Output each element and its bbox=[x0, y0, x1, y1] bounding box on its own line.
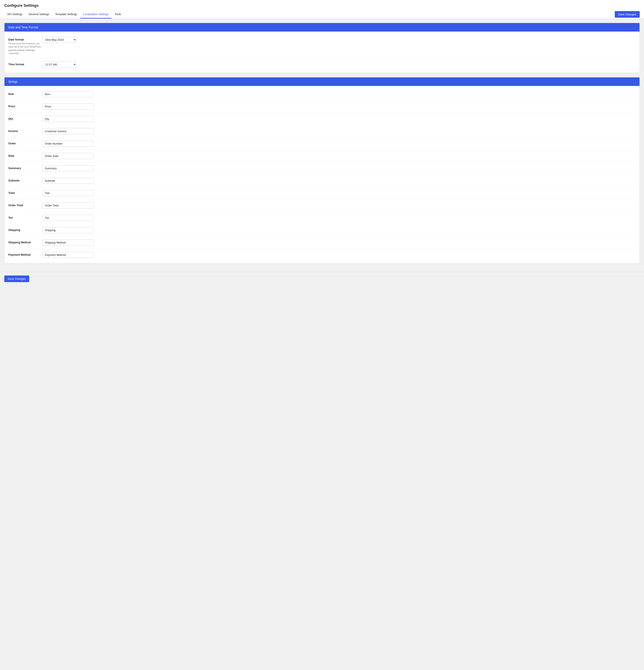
shipping-method-field-control bbox=[42, 240, 636, 246]
item-field[interactable] bbox=[42, 91, 94, 97]
strings-section-header: Strings bbox=[4, 77, 640, 86]
shipping-field-row: Shipping bbox=[4, 224, 640, 237]
tab-localization-settings[interactable]: Localization Settings bbox=[80, 11, 111, 18]
qty-field-control bbox=[42, 116, 636, 122]
invoice-field-label: Invoice bbox=[8, 130, 42, 133]
payment-method-field-label-col: Payment Method bbox=[8, 252, 42, 256]
total-field-label-col: Total bbox=[8, 190, 42, 195]
subtotal-field-row: Subtotal bbox=[4, 175, 640, 187]
date-field-control bbox=[42, 153, 636, 159]
summary-field-control bbox=[42, 165, 636, 172]
total-field[interactable] bbox=[42, 190, 94, 196]
nav-tabs-list: API Settings General Settings Template S… bbox=[4, 11, 124, 18]
date-time-section-body: Date format Printus uses the timezone yo… bbox=[4, 31, 640, 73]
date-format-description: Printus uses the timezone you have set i… bbox=[8, 42, 42, 55]
time-format-control: 11:57 AM 23:57 bbox=[42, 62, 636, 68]
date-format-control: 03rd May 2023 05/03/2023 2023-05-03 May … bbox=[42, 37, 636, 43]
tax-field-control bbox=[42, 215, 636, 221]
invoice-field-row: Invoice bbox=[4, 125, 640, 137]
summary-field-label-col: Summary bbox=[8, 165, 42, 170]
summary-field-row: Summary bbox=[4, 162, 640, 175]
time-format-row: Time format 11:57 AM 23:57 bbox=[4, 58, 640, 70]
price-field-control bbox=[42, 104, 636, 110]
date-format-label-col: Date format Printus uses the timezone yo… bbox=[8, 37, 42, 55]
shipping-method-field-row: Shipping Method bbox=[4, 237, 640, 249]
order-total-field-control bbox=[42, 202, 636, 209]
order-field-control bbox=[42, 140, 636, 147]
item-field-label-col: Item bbox=[8, 91, 42, 95]
qty-field-label-col: Qty bbox=[8, 116, 42, 120]
total-field-control bbox=[42, 190, 636, 196]
subtotal-field-label-col: Subtotal bbox=[8, 178, 42, 182]
shipping-field[interactable] bbox=[42, 227, 94, 233]
order-total-field-row: Order Total bbox=[4, 199, 640, 212]
main-content: Date and Time Format Date format Printus… bbox=[0, 18, 644, 272]
price-field-label-col: Price bbox=[8, 104, 42, 108]
item-field-row: Item bbox=[4, 88, 640, 100]
tab-tools[interactable]: Tools bbox=[111, 11, 124, 18]
shipping-method-field[interactable] bbox=[42, 240, 94, 246]
subtotal-field-label: Subtotal bbox=[8, 179, 42, 182]
invoice-field-control bbox=[42, 128, 636, 134]
date-field[interactable] bbox=[42, 153, 94, 159]
price-field-label: Price bbox=[8, 105, 42, 108]
time-format-label-col: Time format bbox=[8, 62, 42, 66]
page-header: Configure Settings API Settings General … bbox=[0, 0, 644, 18]
tab-template-settings[interactable]: Template Settings bbox=[52, 11, 80, 18]
shipping-field-label: Shipping bbox=[8, 228, 42, 231]
order-field-row: Order bbox=[4, 137, 640, 150]
page-title: Configure Settings bbox=[4, 3, 640, 8]
time-format-label: Time format bbox=[8, 63, 42, 66]
order-total-field-label-col: Order Total bbox=[8, 202, 42, 207]
payment-method-field-row: Payment Method bbox=[4, 249, 640, 261]
total-field-label: Total bbox=[8, 191, 42, 195]
date-format-row: Date format Printus uses the timezone yo… bbox=[4, 34, 640, 58]
invoice-field-label-col: Invoice bbox=[8, 128, 42, 133]
date-format-select[interactable]: 03rd May 2023 05/03/2023 2023-05-03 May … bbox=[42, 37, 77, 43]
date-field-row: Date bbox=[4, 150, 640, 162]
summary-field-label: Summary bbox=[8, 166, 42, 170]
order-field-label-col: Order bbox=[8, 140, 42, 145]
date-time-section: Date and Time Format Date format Printus… bbox=[4, 23, 640, 73]
shipping-field-label-col: Shipping bbox=[8, 227, 42, 231]
subtotal-field-control bbox=[42, 178, 636, 184]
payment-method-field-control bbox=[42, 252, 636, 258]
order-field[interactable] bbox=[42, 140, 94, 147]
invoice-field[interactable] bbox=[42, 128, 94, 134]
payment-method-field-label: Payment Method bbox=[8, 253, 42, 256]
tax-field[interactable] bbox=[42, 215, 94, 221]
item-field-control bbox=[42, 91, 636, 97]
order-total-field-label: Order Total bbox=[8, 204, 42, 207]
item-field-label: Item bbox=[8, 92, 42, 95]
date-field-label: Date bbox=[8, 154, 42, 157]
save-changes-button-top[interactable]: Save Changes bbox=[615, 11, 640, 18]
subtotal-field[interactable] bbox=[42, 178, 94, 184]
save-changes-button-bottom[interactable]: Save Changes bbox=[4, 276, 29, 282]
shipping-field-control bbox=[42, 227, 636, 233]
qty-field[interactable] bbox=[42, 116, 94, 122]
strings-section-body: ItemPriceQtyInvoiceOrderDateSummarySubto… bbox=[4, 86, 640, 263]
strings-section: Strings ItemPriceQtyInvoiceOrderDateSumm… bbox=[4, 77, 640, 263]
tax-field-row: Tax bbox=[4, 212, 640, 224]
price-field-row: Price bbox=[4, 100, 640, 113]
total-field-row: Total bbox=[4, 187, 640, 199]
order-field-label: Order bbox=[8, 142, 42, 145]
tab-api-settings[interactable]: API Settings bbox=[4, 11, 26, 18]
nav-tabs-bar: API Settings General Settings Template S… bbox=[4, 11, 640, 18]
price-field[interactable] bbox=[42, 104, 94, 110]
qty-field-label: Qty bbox=[8, 117, 42, 120]
date-field-label-col: Date bbox=[8, 153, 42, 157]
date-format-label: Date format bbox=[8, 38, 42, 41]
tax-field-label-col: Tax bbox=[8, 215, 42, 219]
payment-method-field[interactable] bbox=[42, 252, 94, 258]
footer-bar: Save Changes bbox=[0, 272, 644, 285]
tab-general-settings[interactable]: General Settings bbox=[26, 11, 52, 18]
time-format-select[interactable]: 11:57 AM 23:57 bbox=[42, 62, 77, 68]
shipping-method-field-label: Shipping Method bbox=[8, 241, 42, 244]
order-total-field[interactable] bbox=[42, 202, 94, 209]
date-time-section-header: Date and Time Format bbox=[4, 23, 640, 31]
qty-field-row: Qty bbox=[4, 113, 640, 125]
summary-field[interactable] bbox=[42, 165, 94, 172]
shipping-method-field-label-col: Shipping Method bbox=[8, 240, 42, 244]
tax-field-label: Tax bbox=[8, 216, 42, 219]
